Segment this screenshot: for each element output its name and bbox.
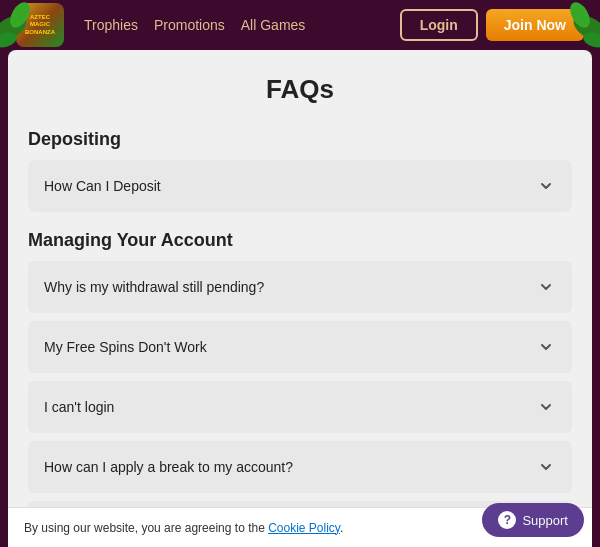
faq-withdrawal-pending[interactable]: Why is my withdrawal still pending? [28,261,572,313]
faq-item-label: I can't login [44,399,114,415]
login-button[interactable]: Login [400,9,478,41]
faq-item-label: How can I apply a break to my account? [44,459,293,475]
cookie-policy-link[interactable]: Cookie Policy [268,521,340,535]
logo-image: AZTECMAGICBONANZA [16,3,64,47]
logo[interactable]: AZTECMAGICBONANZA [16,3,64,47]
faq-item-label: Why is my withdrawal still pending? [44,279,264,295]
header-buttons: Login Join Now [400,9,584,41]
chevron-down-icon [536,337,556,357]
chevron-down-icon [536,397,556,417]
chevron-down-icon [536,457,556,477]
main-content: FAQs Depositing How Can I Deposit Managi… [8,50,592,547]
faq-break-account[interactable]: How can I apply a break to my account? [28,441,572,493]
cookie-text: By using our website, you are agreeing t… [24,521,343,535]
faq-item-label: My Free Spins Don't Work [44,339,207,355]
section-depositing-title: Depositing [28,129,572,150]
section-managing-title: Managing Your Account [28,230,572,251]
faq-cant-login[interactable]: I can't login [28,381,572,433]
nav-trophies[interactable]: Trophies [84,17,138,33]
chevron-down-icon [536,277,556,297]
support-button[interactable]: ? Support [482,503,584,537]
nav-promotions[interactable]: Promotions [154,17,225,33]
faq-free-spins[interactable]: My Free Spins Don't Work [28,321,572,373]
help-icon: ? [498,511,516,529]
header: AZTECMAGICBONANZA Trophies Promotions Al… [0,0,600,50]
faq-item-label: How Can I Deposit [44,178,161,194]
faq-how-can-i-deposit[interactable]: How Can I Deposit [28,160,572,212]
page-title: FAQs [28,74,572,105]
chevron-down-icon [536,176,556,196]
nav-all-games[interactable]: All Games [241,17,306,33]
support-label: Support [522,513,568,528]
join-button[interactable]: Join Now [486,9,584,41]
main-nav: Trophies Promotions All Games [84,17,400,33]
svg-point-5 [582,30,600,50]
